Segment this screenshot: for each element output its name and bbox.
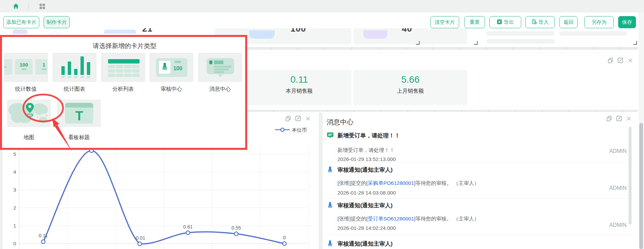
card-type-label: 消息中心 <box>198 86 242 92</box>
topbar-divider <box>29 3 29 9</box>
message-time: 2026-01-28 14:02:24.000 <box>337 225 396 231</box>
thumb-audit-value: 100 <box>173 66 182 71</box>
import-button[interactable]: 导入 <box>525 16 555 28</box>
card-type-label: 统计数值 <box>4 86 48 92</box>
copy-card-icon[interactable] <box>606 116 612 121</box>
close-card-icon[interactable] <box>626 116 632 121</box>
add-existing-card-button[interactable]: 添加已有卡片 <box>3 16 39 28</box>
clear-cards-label: 清空卡片 <box>435 19 455 26</box>
stat-value: 0.11 <box>247 74 352 85</box>
close-card-icon[interactable] <box>628 58 633 63</box>
message-title: 新增受订单，请处理！！ <box>337 132 400 139</box>
save-as-button[interactable]: 另存为 <box>584 16 614 28</box>
stats-panel-actions <box>608 57 633 63</box>
message-center-title: 消息中心 <box>327 118 354 127</box>
copy-card-icon[interactable] <box>608 58 613 63</box>
app-grid-icon[interactable] <box>40 4 45 10</box>
svg-text:1: 1 <box>13 223 16 229</box>
svg-text:0: 0 <box>283 235 286 240</box>
stat-cell-last-month[interactable]: 5.66 上月销售额 <box>354 70 467 105</box>
card-type-label: 看板标题 <box>57 134 101 141</box>
skeleton-bar <box>486 39 555 44</box>
skeleton-bar <box>559 31 627 36</box>
message-title: 审核通知(通知主审人) <box>337 240 392 248</box>
back-label: 返回 <box>564 19 574 26</box>
card-type-label: 地图 <box>7 134 51 141</box>
sales-order-link[interactable]: 受订单SO61280001 <box>368 216 414 221</box>
card-type-audit-center[interactable]: 100 <box>150 53 193 82</box>
cutoff-digits: 100 <box>290 28 307 37</box>
message-divider <box>326 234 633 235</box>
cutoff-digits: 40 <box>402 28 417 37</box>
message-panel-actions <box>606 116 632 121</box>
grid-ruler-strip <box>247 110 638 112</box>
svg-text:3: 3 <box>13 187 16 193</box>
clear-cards-button[interactable]: 清空卡片 <box>430 16 459 28</box>
left-gutter <box>0 150 3 249</box>
reset-label: 重置 <box>470 19 480 26</box>
message-panel-scrollbar-thumb[interactable] <box>629 127 632 224</box>
edit-card-icon[interactable] <box>618 57 623 63</box>
message-time: 2026-01-28 14:03:08.000 <box>337 190 396 196</box>
card-type-label: 审核中心 <box>150 86 193 92</box>
card-type-label: 分析列表 <box>101 86 145 92</box>
svg-text:0: 0 <box>13 241 16 246</box>
message-user: ADMIN <box>590 148 627 154</box>
svg-text:2: 2 <box>13 205 16 211</box>
excel-icon <box>497 19 502 26</box>
stat-icon-blob-blue <box>249 30 275 39</box>
purchase-order-link[interactable]: 采购单PO61280001 <box>368 180 414 186</box>
message-divider <box>326 198 633 199</box>
stat-cell-current-month[interactable]: 0.11 本月销售额 <box>247 70 352 105</box>
export-label: 导出 <box>504 19 514 26</box>
audit-stamp-icon <box>327 240 333 248</box>
message-body: [张维]提交的[受订单SO61280001]等待您的审核。 （主审人） <box>337 215 479 222</box>
save-label: 保存 <box>622 19 632 26</box>
message-body-prefix: [张维]提交的[ <box>337 180 368 186</box>
message-divider <box>326 162 633 162</box>
card-type-board-title[interactable]: T <box>57 100 101 127</box>
add-existing-card-label: 添加已有卡片 <box>6 19 37 26</box>
popup-caret <box>50 31 60 35</box>
export-button[interactable]: 导出 <box>489 16 521 28</box>
card-resize-handle[interactable] <box>633 41 637 45</box>
top-bar <box>0 0 644 12</box>
make-card-button[interactable]: 制作卡片 <box>44 16 70 28</box>
message-body-suffix: ]等待您的审核。 （主审人） <box>414 180 479 186</box>
home-icon[interactable] <box>13 3 19 11</box>
card-resize-handle[interactable] <box>416 41 420 45</box>
dialog-title: 请选择新增的卡片类型 <box>4 42 245 50</box>
skeleton-bar <box>486 31 554 36</box>
card-type-message-center[interactable] <box>198 53 242 82</box>
import-label: 导入 <box>539 19 549 26</box>
cutoff-digits: 21 <box>142 28 156 33</box>
panel-gutter <box>319 113 323 249</box>
message-body-prefix: [张维]提交的[ <box>337 216 368 221</box>
svg-text:0.61: 0.61 <box>183 224 193 230</box>
window-scrollbar-thumb[interactable] <box>639 123 643 249</box>
card-type-stat-value[interactable]: 100 1 <box>4 53 48 82</box>
card-resize-handle[interactable] <box>474 41 478 45</box>
message-body: [张维]提交的[采购单PO61280001]等待您的审核。 （主审人） <box>337 180 479 187</box>
audit-stamp-icon <box>327 202 333 210</box>
audit-stamp-icon <box>327 166 333 174</box>
card-type-map[interactable] <box>7 100 51 127</box>
save-button[interactable]: 保存 <box>618 16 636 28</box>
import-icon <box>532 19 537 26</box>
card-type-label: 统计图表 <box>53 86 96 92</box>
stat-icon-blob-lavender <box>13 29 28 34</box>
reset-button[interactable]: 重置 <box>464 16 485 28</box>
make-card-label: 制作卡片 <box>47 19 67 26</box>
order-message-icon <box>327 132 334 140</box>
back-button[interactable]: 返回 <box>559 16 578 28</box>
message-user: ADMIN <box>590 185 627 191</box>
card-type-picker-dialog: 请选择新增的卡片类型 100 1 <box>0 35 247 150</box>
message-user: ADMIN <box>590 222 627 228</box>
message-title: 审核通知(通知主审人) <box>337 166 392 174</box>
card-type-stat-chart[interactable] <box>53 53 96 82</box>
svg-text:4: 4 <box>13 169 16 175</box>
card-type-analysis-list[interactable] <box>101 53 145 82</box>
edit-card-icon[interactable] <box>616 116 622 121</box>
svg-text:T: T <box>75 109 83 123</box>
stat-icon-blob-lightblue <box>104 30 136 34</box>
